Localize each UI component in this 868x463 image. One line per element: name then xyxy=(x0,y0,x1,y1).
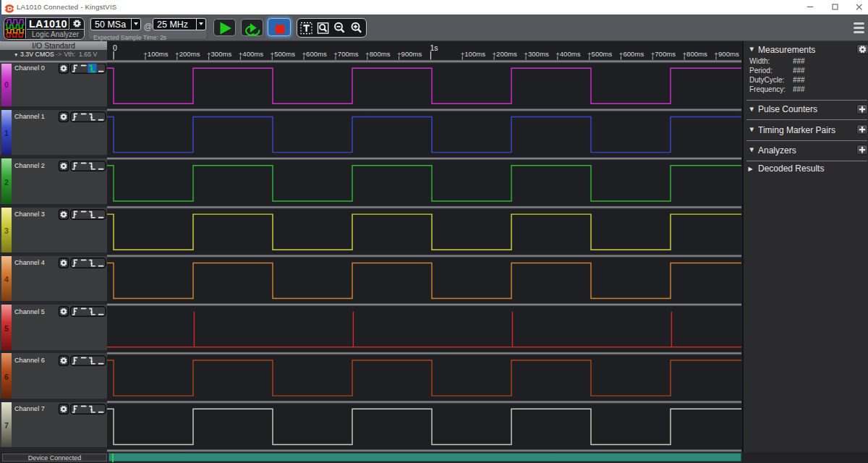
svg-text:1s: 1s xyxy=(430,43,438,52)
svg-text:+100ms: +100ms xyxy=(461,50,486,58)
svg-text:+300ms: +300ms xyxy=(524,50,549,58)
svg-text:+400ms: +400ms xyxy=(239,50,264,58)
svg-text:+900ms: +900ms xyxy=(397,50,422,58)
svg-text:+200ms: +200ms xyxy=(492,50,517,58)
svg-text:+500ms: +500ms xyxy=(587,50,613,58)
svg-text:+800ms: +800ms xyxy=(683,50,708,58)
svg-text:+500ms: +500ms xyxy=(271,50,296,58)
svg-text:+900ms: +900ms xyxy=(714,50,739,58)
svg-text:+600ms: +600ms xyxy=(302,50,327,58)
svg-text:+800ms: +800ms xyxy=(365,50,391,58)
svg-text:0: 0 xyxy=(113,43,117,52)
svg-text:+300ms: +300ms xyxy=(207,50,232,58)
svg-text:+200ms: +200ms xyxy=(175,50,200,58)
svg-text:+700ms: +700ms xyxy=(651,50,676,58)
svg-text:+100ms: +100ms xyxy=(143,50,169,58)
svg-text:+700ms: +700ms xyxy=(333,50,359,58)
svg-text:+400ms: +400ms xyxy=(556,50,581,58)
svg-text:+600ms: +600ms xyxy=(619,50,644,58)
